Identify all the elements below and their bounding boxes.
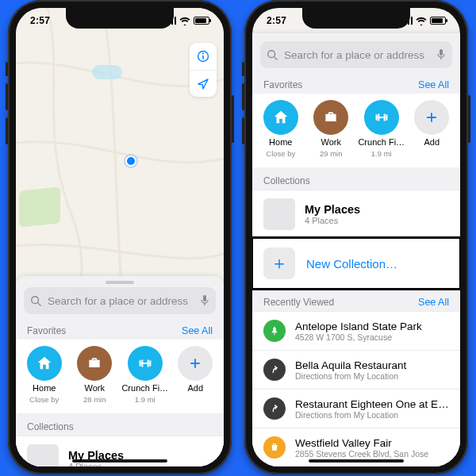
- dumbbell-icon: [364, 100, 399, 135]
- favorite-label: Home: [33, 383, 56, 393]
- plus-icon: ＋: [263, 248, 295, 279]
- home-indicator[interactable]: [309, 459, 404, 463]
- new-collection-label: New Collection…: [306, 257, 397, 271]
- favorites-see-all[interactable]: See All: [418, 79, 449, 90]
- favorite-home[interactable]: Home Close by: [19, 341, 70, 409]
- favorite-home[interactable]: Home Close by: [255, 95, 306, 163]
- favorite-label: Crunch Fi…: [121, 383, 168, 393]
- collection-thumb-icon: [263, 198, 295, 230]
- favorite-sub: Close by: [266, 149, 295, 158]
- map-info-button[interactable]: [190, 43, 217, 70]
- search-field[interactable]: [24, 287, 216, 314]
- favorite-sub: 29 min: [320, 149, 343, 158]
- favorite-label: Add: [424, 137, 440, 147]
- favorite-sub: Close by: [29, 395, 59, 404]
- phone-right: 2:57 ↗ Favorites Se: [244, 0, 468, 474]
- favorite-work[interactable]: Work 28 min: [70, 341, 121, 409]
- recent-item[interactable]: Bella Aquila Restaurant Directions from …: [252, 350, 460, 389]
- collections-header: Collections: [16, 413, 224, 436]
- favorite-add[interactable]: Add: [171, 341, 221, 409]
- favorite-gym[interactable]: Crunch Fi… 1.9 mi: [356, 95, 407, 163]
- recent-sub: 2855 Stevens Creek Blvd, San Jose: [295, 449, 449, 459]
- search-input[interactable]: [282, 48, 432, 62]
- collection-title: My Places: [305, 203, 360, 216]
- favorite-sub: 1.9 mi: [371, 149, 392, 158]
- wifi-icon: [179, 17, 190, 25]
- recent-sub: Directions from My Location: [295, 410, 449, 420]
- svg-rect-16: [440, 49, 443, 56]
- search-field[interactable]: [260, 41, 452, 68]
- sheet-grabber[interactable]: [106, 281, 134, 284]
- recent-sub: 4528 W 1700 S, Syracuse: [295, 332, 449, 342]
- favorite-sub: 28 min: [83, 395, 106, 404]
- collection-sub: 4 Places: [305, 216, 360, 225]
- search-sheet-expanded[interactable]: Favorites See All Home Close by Work 29 …: [252, 33, 460, 466]
- recent-title: Antelope Island State Park: [295, 321, 449, 332]
- svg-rect-25: [274, 332, 274, 335]
- status-time: 2:57: [30, 15, 50, 26]
- dictation-icon[interactable]: [436, 48, 446, 61]
- favorite-label: Add: [187, 383, 203, 393]
- map-locate-button[interactable]: [190, 70, 217, 97]
- notch: [66, 8, 174, 29]
- collections-header: Collections: [252, 167, 460, 190]
- status-time: 2:57: [267, 15, 286, 26]
- battery-icon: [194, 17, 209, 25]
- favorite-sub: 1.9 mi: [135, 395, 155, 404]
- favorite-label: Work: [321, 137, 341, 147]
- search-sheet[interactable]: Favorites See All Home Close by Work 28 …: [16, 276, 224, 466]
- home-indicator[interactable]: [72, 459, 167, 463]
- search-input[interactable]: [46, 294, 195, 308]
- directions-icon: [263, 359, 286, 381]
- phone-left: 2:57 ↗: [8, 0, 232, 474]
- battery-icon: [430, 17, 446, 25]
- favorite-gym[interactable]: Crunch Fi… 1.9 mi: [120, 341, 171, 409]
- dictation-icon[interactable]: [200, 294, 209, 307]
- plus-icon: [178, 346, 213, 381]
- briefcase-icon: [313, 100, 348, 135]
- collection-my-places[interactable]: My Places 4 Places: [252, 190, 460, 238]
- wifi-icon: [416, 17, 427, 25]
- favorite-label: Work: [85, 383, 105, 393]
- notch: [302, 8, 410, 29]
- svg-rect-1: [202, 56, 204, 60]
- search-icon: [30, 295, 41, 306]
- svg-point-2: [202, 53, 204, 55]
- directions-icon: [263, 397, 286, 420]
- home-icon: [263, 100, 298, 135]
- home-icon: [27, 346, 62, 381]
- favorites-see-all[interactable]: See All: [182, 325, 213, 336]
- svg-rect-5: [203, 295, 206, 301]
- recent-item[interactable]: Restaurant Eighteen One at Eagl… Directi…: [252, 389, 460, 428]
- favorite-label: Crunch Fi…: [358, 137, 405, 147]
- dumbbell-icon: [128, 346, 163, 381]
- new-collection-button[interactable]: ＋ New Collection…: [252, 238, 460, 289]
- recent-title: Westfield Valley Fair: [295, 437, 449, 449]
- briefcase-icon: [77, 346, 112, 381]
- collection-thumb-icon: [27, 444, 59, 466]
- favorite-work[interactable]: Work 29 min: [306, 95, 357, 163]
- svg-line-15: [274, 57, 278, 60]
- current-location-dot: [125, 155, 136, 167]
- recent-item[interactable]: Antelope Island State Park 4528 W 1700 S…: [252, 311, 460, 350]
- recent-header: Recently Viewed: [263, 297, 334, 308]
- svg-line-4: [38, 303, 41, 306]
- shopping-pin-icon: [263, 436, 286, 459]
- recent-see-all[interactable]: See All: [418, 297, 449, 308]
- recent-title: Bella Aquila Restaurant: [295, 359, 449, 371]
- park-pin-icon: [263, 320, 286, 342]
- recent-sub: Directions from My Location: [295, 371, 449, 381]
- favorite-add[interactable]: Add: [407, 95, 458, 163]
- search-icon: [267, 49, 278, 60]
- recent-title: Restaurant Eighteen One at Eagl…: [295, 398, 449, 410]
- favorites-header: Favorites: [263, 79, 302, 90]
- favorite-label: Home: [269, 137, 292, 147]
- favorites-header: Favorites: [27, 325, 66, 336]
- plus-icon: [414, 100, 449, 135]
